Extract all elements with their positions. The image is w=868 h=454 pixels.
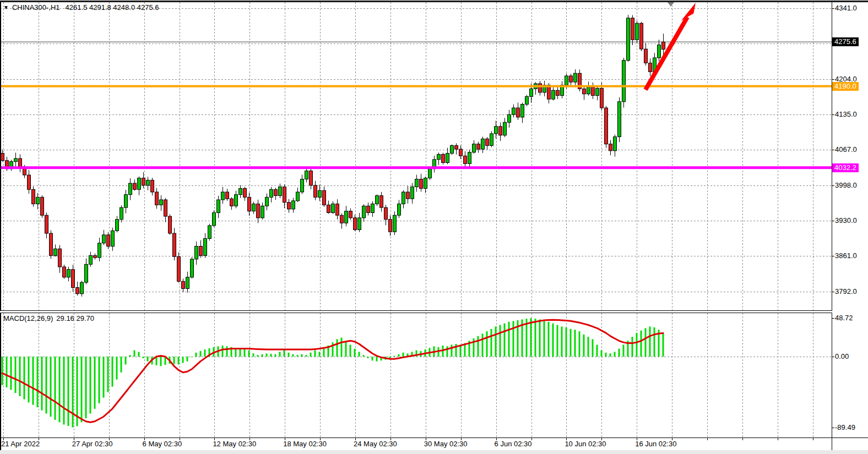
axis-ticks xyxy=(0,9,868,441)
support-line-4032.2[interactable] xyxy=(0,166,832,169)
macd-signal-line xyxy=(2,320,663,422)
price-axis-border xyxy=(832,2,832,450)
window-bottom-edge xyxy=(0,450,868,454)
gridlines xyxy=(0,2,832,437)
window-left-border xyxy=(0,2,1,450)
chart-shift-marker[interactable] xyxy=(668,2,674,7)
candlesticks xyxy=(1,15,665,297)
macd-histogram xyxy=(2,318,664,428)
trend-arrow[interactable] xyxy=(645,3,696,90)
resistance-line-4190.0[interactable] xyxy=(0,85,832,87)
mt4-chart-window: ▼CHINA300-,H14261.5 4291.8 4248.0 4275.6… xyxy=(0,0,868,454)
chart-canvas[interactable] xyxy=(0,0,868,454)
panel-separator[interactable] xyxy=(0,310,832,313)
